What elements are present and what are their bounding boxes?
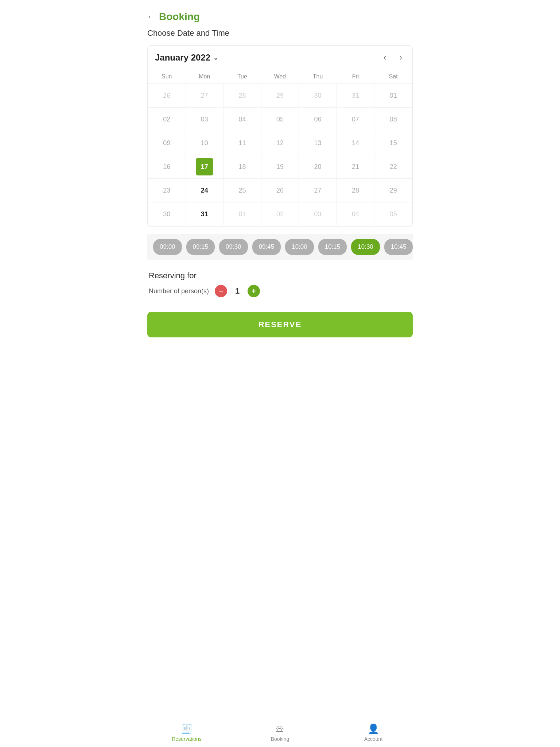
calendar-cell[interactable]: 26 bbox=[148, 84, 186, 108]
calendar-cell[interactable]: 12 bbox=[261, 131, 299, 155]
calendar-cell[interactable]: 30 bbox=[148, 202, 186, 226]
person-label: Number of person(s) bbox=[149, 287, 209, 295]
calendar-cell[interactable]: 14 bbox=[337, 131, 374, 155]
calendar: January 2022 ⌄ ‹ › SunMonTueWedThuFriSat… bbox=[147, 45, 413, 227]
calendar-cell[interactable]: 02 bbox=[261, 202, 299, 226]
calendar-cell[interactable]: 04 bbox=[337, 202, 374, 226]
back-button[interactable]: ← bbox=[147, 12, 155, 22]
month-label: January 2022 bbox=[155, 53, 210, 63]
time-slot-1015[interactable]: 10:15 bbox=[318, 239, 347, 255]
weekday-header-fri: Fri bbox=[337, 70, 374, 84]
calendar-cell[interactable]: 09 bbox=[148, 131, 186, 155]
calendar-cell[interactable]: 22 bbox=[374, 155, 412, 179]
reserving-title: Reserving for bbox=[149, 271, 411, 280]
calendar-cell[interactable]: 30 bbox=[299, 84, 337, 108]
prev-month-button[interactable]: ‹ bbox=[381, 51, 389, 64]
calendar-cell[interactable]: 03 bbox=[299, 202, 337, 226]
person-count-row: Number of person(s) − 1 + bbox=[149, 285, 411, 297]
increment-button[interactable]: + bbox=[248, 285, 260, 297]
calendar-cell[interactable]: 17 bbox=[186, 155, 223, 179]
time-slot-0945[interactable]: 09:45 bbox=[252, 239, 281, 255]
calendar-cell[interactable]: 02 bbox=[148, 108, 186, 131]
calendar-header: January 2022 ⌄ ‹ › bbox=[148, 46, 412, 70]
calendar-cell[interactable]: 04 bbox=[223, 108, 261, 131]
calendar-cell[interactable]: 21 bbox=[337, 155, 374, 179]
time-slot-0930[interactable]: 09:30 bbox=[219, 239, 248, 255]
person-count: 1 bbox=[233, 286, 242, 296]
reserve-button[interactable]: RESERVE bbox=[147, 312, 413, 337]
weekday-header-wed: Wed bbox=[261, 70, 299, 84]
calendar-cell[interactable]: 26 bbox=[261, 179, 299, 202]
calendar-cell[interactable]: 19 bbox=[261, 155, 299, 179]
time-slot-1000[interactable]: 10:00 bbox=[285, 239, 314, 255]
calendar-cell[interactable]: 11 bbox=[223, 131, 261, 155]
calendar-cell[interactable]: 28 bbox=[223, 84, 261, 108]
calendar-cell[interactable]: 29 bbox=[261, 84, 299, 108]
calendar-cell[interactable]: 08 bbox=[374, 108, 412, 131]
calendar-cell[interactable]: 31 bbox=[337, 84, 374, 108]
decrement-button[interactable]: − bbox=[215, 285, 227, 297]
calendar-cell[interactable]: 25 bbox=[223, 179, 261, 202]
weekday-header-mon: Mon bbox=[186, 70, 223, 84]
header-row: ← Booking bbox=[147, 11, 413, 23]
chevron-down-icon: ⌄ bbox=[213, 54, 218, 61]
calendar-cell[interactable]: 27 bbox=[299, 179, 337, 202]
time-slot-1030[interactable]: 10:30 bbox=[351, 239, 380, 255]
time-slot-0900[interactable]: 09:00 bbox=[153, 239, 182, 255]
calendar-cell[interactable]: 06 bbox=[299, 108, 337, 131]
calendar-cell[interactable]: 15 bbox=[374, 131, 412, 155]
calendar-cell[interactable]: 18 bbox=[223, 155, 261, 179]
calendar-cell[interactable]: 31 bbox=[186, 202, 223, 226]
page-subtitle: Choose Date and Time bbox=[147, 28, 413, 38]
calendar-cell[interactable]: 28 bbox=[337, 179, 374, 202]
calendar-cell[interactable]: 01 bbox=[374, 84, 412, 108]
calendar-cell[interactable]: 01 bbox=[223, 202, 261, 226]
calendar-cell[interactable]: 29 bbox=[374, 179, 412, 202]
weekday-header-thu: Thu bbox=[299, 70, 337, 84]
calendar-cell[interactable]: 07 bbox=[337, 108, 374, 131]
page-title: Booking bbox=[159, 11, 200, 23]
calendar-cell[interactable]: 16 bbox=[148, 155, 186, 179]
calendar-cell[interactable]: 03 bbox=[186, 108, 223, 131]
time-slot-1045[interactable]: 10:45 bbox=[384, 239, 413, 255]
calendar-cell[interactable]: 24 bbox=[186, 179, 223, 202]
calendar-cell[interactable]: 10 bbox=[186, 131, 223, 155]
time-slots-row: 09:0009:1509:3009:4510:0010:1510:3010:45… bbox=[147, 234, 413, 260]
time-slot-0915[interactable]: 09:15 bbox=[186, 239, 215, 255]
reserving-section: Reserving for Number of person(s) − 1 + bbox=[147, 267, 413, 301]
calendar-cell[interactable]: 23 bbox=[148, 179, 186, 202]
calendar-cell[interactable]: 05 bbox=[374, 202, 412, 226]
next-month-button[interactable]: › bbox=[397, 51, 405, 64]
weekday-header-tue: Tue bbox=[223, 70, 261, 84]
weekday-header-sun: Sun bbox=[148, 70, 186, 84]
calendar-nav: ‹ › bbox=[381, 51, 405, 64]
calendar-grid: SunMonTueWedThuFriSat 262728293031010203… bbox=[148, 70, 412, 226]
weekday-header-sat: Sat bbox=[374, 70, 412, 84]
calendar-cell[interactable]: 05 bbox=[261, 108, 299, 131]
calendar-cell[interactable]: 20 bbox=[299, 155, 337, 179]
calendar-cell[interactable]: 27 bbox=[186, 84, 223, 108]
calendar-cell[interactable]: 13 bbox=[299, 131, 337, 155]
month-selector[interactable]: January 2022 ⌄ bbox=[155, 53, 218, 63]
